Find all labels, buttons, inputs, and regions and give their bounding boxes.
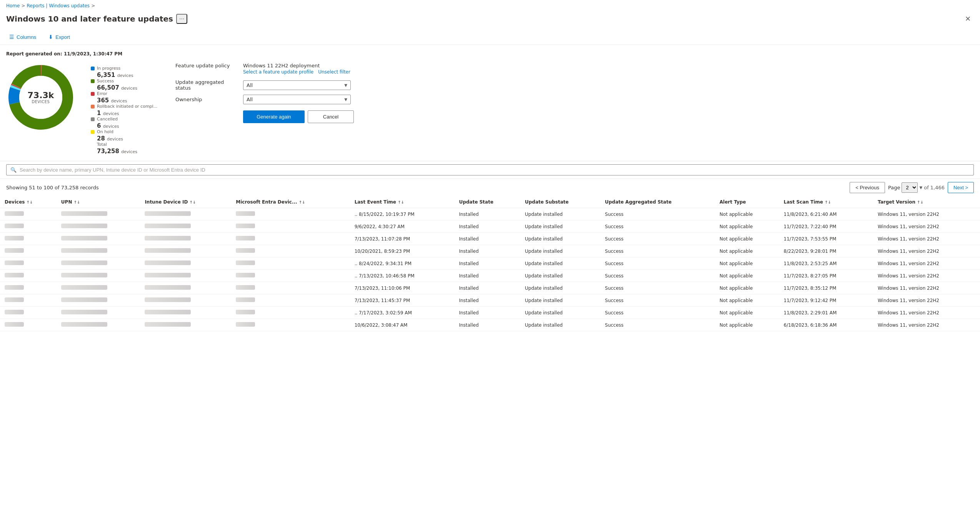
next-button[interactable]: Next > (948, 182, 974, 193)
last-event-time: 10/20/2021, 8:59:23 PM (350, 245, 455, 257)
table-column-header-target_version[interactable]: Target Version↑↓ (873, 196, 980, 208)
update-substate: Update installed (520, 307, 600, 319)
last-event-time: 9/6/2022, 4:30:27 AM (350, 220, 455, 233)
col-label: Update State (459, 199, 493, 205)
legend-dot (91, 92, 95, 96)
table-column-header-update_state[interactable]: Update State (454, 196, 520, 208)
table-column-header-update_substate[interactable]: Update Substate (520, 196, 600, 208)
policy-row: Feature update policy Windows 11 22H2 de… (175, 63, 974, 75)
legend-name: Total (97, 142, 107, 147)
previous-button[interactable]: < Previous (850, 182, 885, 193)
target-version: Windows 11, version 22H2 (873, 282, 980, 294)
breadcrumb-reports[interactable]: Reports | Windows updates (27, 3, 90, 8)
export-button[interactable]: ⬇ Export (45, 32, 73, 42)
aggregated-status-select[interactable]: All ▼ (243, 80, 351, 90)
col-label: Microsoft Entra Devic... (236, 199, 297, 205)
search-bar: 🔍 (0, 161, 980, 179)
blurred-upn (61, 248, 107, 253)
table-column-header-last_event_time[interactable]: Last Event Time↑↓ (350, 196, 455, 208)
table-row: .. 8/15/2022, 10:19:37 PMInstalledUpdate… (0, 208, 980, 220)
table-column-header-last_scan_time[interactable]: Last Scan Time↑↓ (779, 196, 873, 208)
blurred-intune-id (145, 260, 191, 265)
legend-dot (91, 67, 95, 70)
table-column-header-devices[interactable]: Devices↑↓ (0, 196, 57, 208)
table-row: .. 7/13/2023, 10:46:58 PMInstalledUpdate… (0, 270, 980, 282)
update-substate: Update installed (520, 294, 600, 307)
columns-icon: ☰ (9, 34, 14, 40)
blurred-entra (236, 285, 255, 290)
more-options-button[interactable]: ··· (176, 14, 187, 24)
update-state: Installed (454, 233, 520, 245)
legend-count: 73,258 devices (97, 148, 160, 155)
table-column-header-update_aggregated_state[interactable]: Update Aggregated State (600, 196, 715, 208)
update-state: Installed (454, 245, 520, 257)
sort-icon: ↑↓ (73, 200, 80, 204)
blurred-intune-id (145, 248, 191, 253)
last-scan-time: 11/8/2023, 6:21:40 AM (779, 208, 873, 220)
col-label: Intune Device ID (145, 199, 188, 205)
alert-type: Not applicable (715, 257, 779, 270)
search-input[interactable] (20, 167, 970, 173)
alert-type: Not applicable (715, 270, 779, 282)
policy-section: Feature update policy Windows 11 22H2 de… (175, 63, 974, 123)
update-substate: Update installed (520, 208, 600, 220)
update-substate: Update installed (520, 282, 600, 294)
sort-icon: ↑↓ (26, 200, 33, 204)
update-aggregated-state: Success (600, 220, 715, 233)
table-row: 10/6/2022, 3:08:47 AMInstalledUpdate ins… (0, 319, 980, 331)
blurred-entra (236, 260, 255, 265)
feature-update-label: Feature update policy (175, 63, 237, 75)
legend-unit: devices (117, 73, 133, 78)
page-select[interactable]: 2 (902, 182, 918, 193)
table-column-header-alert_type[interactable]: Alert Type (715, 196, 779, 208)
select-profile-link[interactable]: Select a feature update profile (243, 69, 313, 75)
last-event-time: .. 8/24/2022, 9:34:31 PM (350, 257, 455, 270)
blurred-upn (61, 211, 107, 216)
legend-count: 66,507 devices (97, 84, 160, 91)
breadcrumb-sep2: > (91, 3, 95, 8)
update-aggregated-state: Success (600, 233, 715, 245)
columns-button[interactable]: ☰ Columns (6, 32, 39, 42)
blurred-intune-id (145, 236, 191, 240)
last-event-time: .. 7/17/2023, 3:02:59 AM (350, 307, 455, 319)
cancel-button[interactable]: Cancel (308, 110, 354, 123)
donut-center: 73.3k DEVICES (28, 91, 54, 104)
table-row: .. 7/17/2023, 3:02:59 AMInstalledUpdate … (0, 307, 980, 319)
pagination: < Previous Page 2 ▼ of 1,466 Next > (850, 182, 974, 193)
table-column-header-intune_device_id[interactable]: Intune Device ID↑↓ (140, 196, 231, 208)
breadcrumb: Home > Reports | Windows updates > (0, 0, 980, 12)
table-column-header-ms_entra_device[interactable]: Microsoft Entra Devic...↑↓ (231, 196, 350, 208)
blurred-upn (61, 260, 107, 265)
legend-name: Rollback initiated or compl... (97, 104, 157, 109)
columns-label: Columns (17, 34, 36, 40)
last-event-time: 10/6/2022, 3:08:47 AM (350, 319, 455, 331)
ownership-select[interactable]: All ▼ (243, 95, 351, 104)
col-label: Update Substate (525, 199, 569, 205)
update-aggregated-state: Success (600, 282, 715, 294)
search-input-wrap: 🔍 (6, 164, 974, 175)
table-row: 9/6/2022, 4:30:27 AMInstalledUpdate inst… (0, 220, 980, 233)
legend-unit: devices (103, 124, 119, 129)
ownership-arrow-icon: ▼ (344, 97, 347, 102)
toolbar: ☰ Columns ⬇ Export (0, 29, 980, 45)
blurred-intune-id (145, 297, 191, 302)
col-label: Devices (5, 199, 25, 205)
page-label: Page (888, 185, 900, 190)
blurred-devices (5, 211, 24, 216)
update-state: Installed (454, 282, 520, 294)
update-aggregated-state: Success (600, 270, 715, 282)
legend-dot (91, 130, 95, 134)
table-column-header-upn[interactable]: UPN↑↓ (57, 196, 140, 208)
update-aggregated-state: Success (600, 319, 715, 331)
record-count: Showing 51 to 100 of 73,258 records (6, 185, 99, 190)
close-button[interactable]: ✕ (962, 13, 974, 25)
blurred-devices (5, 260, 24, 265)
legend-dot (91, 79, 95, 83)
unselect-filter-link[interactable]: Unselect filter (318, 69, 350, 75)
breadcrumb-home[interactable]: Home (6, 3, 20, 8)
action-row: Generate again Cancel (243, 110, 974, 123)
last-event-time: 7/13/2023, 11:07:28 PM (350, 233, 455, 245)
generate-again-button[interactable]: Generate again (243, 110, 305, 123)
legend-count: 365 devices (97, 97, 160, 104)
data-table: Devices↑↓UPN↑↓Intune Device ID↑↓Microsof… (0, 196, 980, 331)
